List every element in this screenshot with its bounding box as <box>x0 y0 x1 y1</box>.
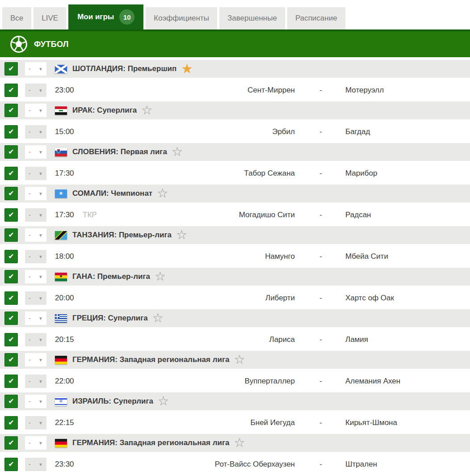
home-team[interactable]: Табор Сежана <box>147 164 295 182</box>
home-team[interactable]: Намунго <box>147 248 295 265</box>
league-name[interactable]: ГЕРМАНИЯ: Западная региональная лига <box>72 438 230 447</box>
match-row[interactable]: ✔ - ▼ 20:00 Либерти - Хартс оф Оак <box>0 289 470 307</box>
away-team[interactable]: Багдад <box>345 123 370 141</box>
favorite-star-icon[interactable]: ★ <box>181 62 193 76</box>
league-odds-dropdown[interactable]: - ▼ <box>25 270 46 283</box>
league-odds-dropdown[interactable]: - ▼ <box>25 228 46 242</box>
match-odds-dropdown[interactable]: - ▼ <box>25 167 46 180</box>
league-checkbox[interactable]: ✔ <box>4 62 18 76</box>
favorite-star-icon[interactable]: ☆ <box>158 395 169 408</box>
away-team[interactable]: Мбейа Сити <box>345 248 388 265</box>
tab-finished[interactable]: Завершенные <box>219 7 285 29</box>
favorite-star-icon[interactable]: ☆ <box>157 187 168 200</box>
home-team[interactable]: Либерти <box>147 289 295 307</box>
match-checkbox[interactable]: ✔ <box>4 458 18 471</box>
league-odds-dropdown[interactable]: - ▼ <box>25 312 46 325</box>
favorite-star-icon[interactable]: ☆ <box>155 270 166 283</box>
home-team[interactable]: Сент-Миррен <box>147 81 295 99</box>
league-odds-dropdown[interactable]: - ▼ <box>25 145 46 159</box>
chevron-down-icon: ▼ <box>38 399 43 404</box>
match-checkbox[interactable]: ✔ <box>4 125 18 139</box>
match-odds-dropdown[interactable]: - ▼ <box>25 208 46 222</box>
league-name[interactable]: СОМАЛИ: Чемпионат <box>72 189 152 198</box>
match-odds-dropdown[interactable]: - ▼ <box>25 416 46 430</box>
league-checkbox[interactable]: ✔ <box>4 270 18 283</box>
home-team[interactable]: Вупперталлер <box>147 372 295 390</box>
match-checkbox[interactable]: ✔ <box>4 84 18 97</box>
home-team[interactable]: Эрбил <box>147 123 295 141</box>
away-team[interactable]: Кирьят-Шмона <box>345 414 397 432</box>
away-team[interactable]: Алемания Ахен <box>345 372 400 390</box>
match-checkbox[interactable]: ✔ <box>4 416 18 430</box>
league-odds-dropdown[interactable]: - ▼ <box>25 187 46 200</box>
league-checkbox[interactable]: ✔ <box>4 187 18 200</box>
match-row[interactable]: ✔ - ▼ 17:30 Табор Сежана - Марибор <box>0 164 470 182</box>
match-odds-dropdown[interactable]: - ▼ <box>25 84 46 97</box>
match-row[interactable]: ✔ - ▼ 23:00 Сент-Миррен - Мотеруэлл <box>0 81 470 99</box>
league-checkbox[interactable]: ✔ <box>4 104 18 117</box>
favorite-star-icon[interactable]: ☆ <box>141 104 152 117</box>
match-checkbox[interactable]: ✔ <box>4 208 18 222</box>
league-checkbox[interactable]: ✔ <box>4 312 18 325</box>
match-row[interactable]: ✔ - ▼ 22:00 Вупперталлер - Алемания Ахен <box>0 372 470 390</box>
match-checkbox[interactable]: ✔ <box>4 167 18 180</box>
match-row[interactable]: ✔ - ▼ 18:00 Намунго - Мбейа Сити <box>0 248 470 265</box>
league-checkbox[interactable]: ✔ <box>4 436 18 450</box>
league-checkbox[interactable]: ✔ <box>4 395 18 408</box>
home-team[interactable]: Бней Иегуда <box>147 414 295 432</box>
favorite-star-icon[interactable]: ☆ <box>172 146 183 158</box>
match-row[interactable]: ✔ - ▼ 17:30 ТКР Могадишо Сити - Радсан <box>0 206 470 224</box>
match-checkbox[interactable]: ✔ <box>4 291 18 305</box>
home-team[interactable]: Рот-Вайсс Оберхаузен <box>147 455 295 473</box>
league-name[interactable]: ГРЕЦИЯ: Суперлига <box>72 314 148 323</box>
league-odds-dropdown[interactable]: - ▼ <box>25 395 46 408</box>
league-checkbox[interactable]: ✔ <box>4 145 18 159</box>
chevron-down-icon: ▼ <box>38 233 43 238</box>
away-team[interactable]: Штрален <box>345 455 377 473</box>
league-name[interactable]: ТАНЗАНИЯ: Премьер-лига <box>72 231 172 240</box>
match-odds-dropdown[interactable]: - ▼ <box>25 250 46 263</box>
match-row[interactable]: ✔ - ▼ 22:15 Бней Иегуда - Кирьят-Шмона <box>0 414 470 432</box>
match-checkbox[interactable]: ✔ <box>4 333 18 346</box>
league-checkbox[interactable]: ✔ <box>4 353 18 366</box>
favorite-star-icon[interactable]: ☆ <box>152 312 164 324</box>
favorite-star-icon[interactable]: ☆ <box>234 437 245 449</box>
match-odds-dropdown[interactable]: - ▼ <box>25 291 46 305</box>
match-odds-dropdown[interactable]: - ▼ <box>25 125 46 139</box>
tab-odds[interactable]: Коэффициенты <box>146 7 217 29</box>
league-checkbox[interactable]: ✔ <box>4 228 18 242</box>
away-team[interactable]: Марибор <box>345 164 377 182</box>
tab-live[interactable]: LIVE <box>34 7 66 29</box>
league-name[interactable]: ГЕРМАНИЯ: Западная региональная лига <box>72 355 230 364</box>
home-team[interactable]: Могадишо Сити <box>147 206 295 224</box>
away-team[interactable]: Радсан <box>345 206 371 224</box>
league-name[interactable]: ИРАК: Суперлига <box>72 106 137 115</box>
league-odds-dropdown[interactable]: - ▼ <box>25 104 46 117</box>
match-odds-dropdown[interactable]: - ▼ <box>25 375 46 388</box>
league-name[interactable]: ШОТЛАНДИЯ: Премьершип <box>72 64 176 73</box>
league-odds-dropdown[interactable]: - ▼ <box>25 62 46 76</box>
match-odds-dropdown[interactable]: - ▼ <box>25 458 46 471</box>
tab-my-games[interactable]: Мои игры10 <box>68 4 143 29</box>
tab-all[interactable]: Все <box>2 7 31 29</box>
league-odds-dropdown[interactable]: - ▼ <box>25 353 46 366</box>
league-name[interactable]: ИЗРАИЛЬ: Суперлига <box>72 397 153 406</box>
favorite-star-icon[interactable]: ☆ <box>234 354 245 366</box>
away-team[interactable]: Ламия <box>345 331 368 349</box>
checkmark-icon: ✔ <box>8 190 14 197</box>
match-checkbox[interactable]: ✔ <box>4 375 18 388</box>
away-team[interactable]: Мотеруэлл <box>345 81 384 99</box>
league-name[interactable]: СЛОВЕНИЯ: Первая лига <box>72 147 167 156</box>
match-odds-dropdown[interactable]: - ▼ <box>25 333 46 346</box>
match-checkbox[interactable]: ✔ <box>4 250 18 263</box>
match-row[interactable]: ✔ - ▼ 15:00 Эрбил - Багдад <box>0 123 470 141</box>
match-row[interactable]: ✔ - ▼ 20:15 Лариса - Ламия <box>0 331 470 349</box>
home-team[interactable]: Лариса <box>147 331 295 349</box>
league-header-row: ✔ - ▼ ШОТЛАНДИЯ: Премьершип ★ <box>0 60 470 78</box>
away-team[interactable]: Хартс оф Оак <box>345 289 394 307</box>
league-odds-dropdown[interactable]: - ▼ <box>25 436 46 450</box>
favorite-star-icon[interactable]: ☆ <box>176 229 187 241</box>
tab-schedule[interactable]: Расписание <box>287 7 345 29</box>
match-row[interactable]: ✔ - ▼ 23:30 Рот-Вайсс Оберхаузен - Штрал… <box>0 455 470 473</box>
league-name[interactable]: ГАНА: Премьер-лига <box>72 272 150 281</box>
